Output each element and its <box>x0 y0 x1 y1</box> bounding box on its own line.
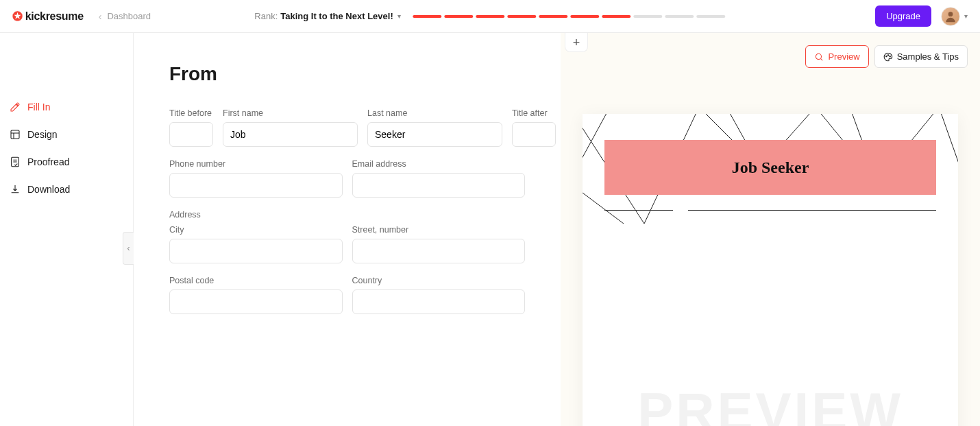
street-input[interactable] <box>352 239 526 263</box>
download-icon <box>10 184 21 195</box>
label-city: City <box>169 225 343 235</box>
upgrade-button[interactable]: Upgrade <box>875 5 931 27</box>
title-before-input[interactable] <box>169 122 213 147</box>
rank-indicator[interactable]: Rank: Taking It to the Next Level! ▾ <box>254 11 725 21</box>
title-after-input[interactable] <box>512 122 556 147</box>
svg-point-5 <box>887 54 888 55</box>
collapse-sidebar-button[interactable]: ‹ <box>123 232 134 265</box>
add-section-button[interactable]: + <box>565 33 588 52</box>
svg-point-6 <box>890 56 890 56</box>
samples-tips-label: Samples & Tips <box>897 51 959 62</box>
account-menu[interactable]: ▾ <box>941 7 968 26</box>
progress-segment <box>665 15 694 18</box>
sidebar-item-design[interactable]: Design <box>0 121 133 148</box>
palette-icon <box>883 52 893 62</box>
sidebar-item-proofread[interactable]: Proofread <box>0 148 133 176</box>
sidebar-item-label: Design <box>27 129 58 140</box>
address-subhead: Address <box>169 210 525 220</box>
chevron-down-icon[interactable]: ▾ <box>964 12 968 20</box>
sidebar-item-label: Download <box>27 184 70 195</box>
rank-value: Taking It to the Next Level! <box>280 11 393 21</box>
label-country: Country <box>352 276 526 285</box>
sidebar-item-label: Proofread <box>27 156 69 167</box>
last-name-input[interactable] <box>367 122 502 147</box>
label-last-name: Last name <box>367 108 502 118</box>
chevron-down-icon[interactable]: ▾ <box>397 12 401 20</box>
brand-logo[interactable]: ✪ kickresume <box>12 9 84 24</box>
rank-label: Rank: <box>254 11 278 21</box>
progress-segment <box>476 15 505 18</box>
phone-input[interactable] <box>169 173 343 198</box>
edit-icon <box>10 102 21 113</box>
back-chevron-icon[interactable]: ‹ <box>99 11 102 22</box>
label-email: Email address <box>352 159 526 169</box>
sidebar-item-download[interactable]: Download <box>0 176 133 203</box>
section-title: From <box>169 63 525 85</box>
avatar <box>941 7 960 26</box>
label-postal: Postal code <box>169 276 343 285</box>
preview-button-label: Preview <box>828 51 859 62</box>
sidebar-item-fill-in[interactable]: Fill In <box>0 93 133 121</box>
preview-panel: + Preview Samples & Tips Job Seeker <box>561 33 980 426</box>
logo-icon: ✪ <box>12 9 23 24</box>
progress-segment <box>634 15 663 18</box>
sidebar-item-label: Fill In <box>27 102 50 113</box>
design-icon <box>10 129 21 140</box>
label-title-before: Title before <box>169 108 213 118</box>
label-phone: Phone number <box>169 159 343 169</box>
search-icon <box>814 52 824 62</box>
progress-segment <box>697 15 726 18</box>
resume-name: Job Seeker <box>732 158 809 177</box>
progress-segment <box>445 15 474 18</box>
svg-rect-1 <box>11 130 19 139</box>
first-name-input[interactable] <box>223 122 358 147</box>
postal-input[interactable] <box>169 289 343 314</box>
brand-name: kickresume <box>25 10 84 23</box>
breadcrumb[interactable]: Dashboard <box>107 11 151 21</box>
city-input[interactable] <box>169 239 343 263</box>
progress-segment <box>571 15 600 18</box>
chevron-left-icon: ‹ <box>127 244 130 253</box>
resume-divider <box>604 210 936 211</box>
plus-icon: + <box>573 36 580 49</box>
samples-tips-button[interactable]: Samples & Tips <box>874 45 968 68</box>
preview-toolbar: Preview Samples & Tips <box>805 45 968 68</box>
label-title-after: Title after <box>512 108 556 118</box>
country-input[interactable] <box>352 289 526 314</box>
email-input[interactable] <box>352 173 526 198</box>
resume-page-preview[interactable]: Job Seeker PREVIEW <box>583 114 958 426</box>
rank-progress <box>413 15 726 18</box>
progress-segment <box>413 15 442 18</box>
app-body: Fill In Design Proofread Download ‹ From… <box>0 33 980 426</box>
svg-point-3 <box>816 54 822 59</box>
progress-segment <box>508 15 537 18</box>
app-header: ✪ kickresume ‹ Dashboard Rank: Taking It… <box>0 0 980 33</box>
preview-watermark: PREVIEW <box>583 381 958 426</box>
progress-segment <box>539 15 568 18</box>
preview-button[interactable]: Preview <box>805 45 868 68</box>
sidebar: Fill In Design Proofread Download ‹ <box>0 33 134 426</box>
resume-name-banner: Job Seeker <box>604 140 936 195</box>
header-actions: Upgrade ▾ <box>875 5 968 27</box>
proofread-icon <box>10 156 21 167</box>
label-street: Street, number <box>352 225 526 235</box>
editor-panel: From Title before First name Last name T… <box>134 33 561 426</box>
progress-segment <box>602 15 631 18</box>
svg-point-4 <box>885 56 886 56</box>
label-first-name: First name <box>223 108 358 118</box>
svg-point-0 <box>948 12 953 16</box>
